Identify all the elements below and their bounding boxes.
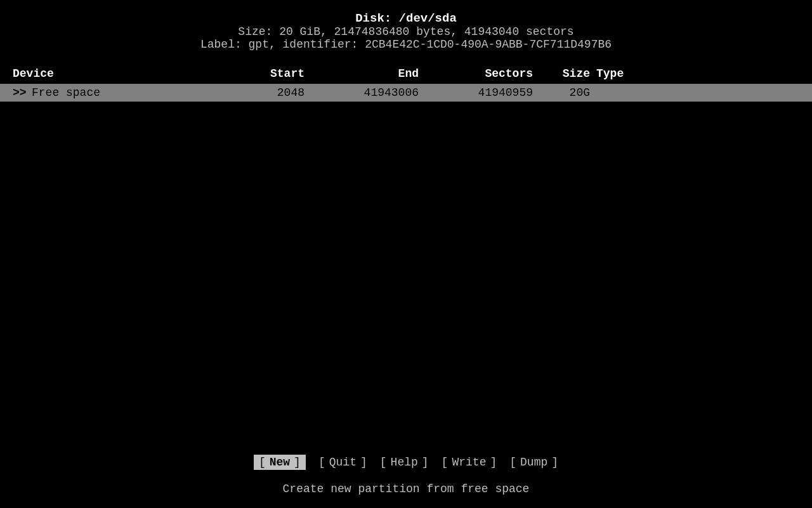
dump-bracket-close: ] xyxy=(551,456,558,469)
row-device: Free space xyxy=(32,86,203,99)
disk-label-info: Label: gpt, identifier: 2CB4E42C-1CD0-49… xyxy=(0,38,812,51)
disk-header: Disk: /dev/sda Size: 20 GiB, 21474836480… xyxy=(0,6,812,53)
help-bracket-close: ] xyxy=(422,456,429,469)
button-bar: [New][Quit][Help][Write][Dump] xyxy=(0,455,812,470)
row-arrow: >> xyxy=(13,86,32,99)
btn-new[interactable]: [New] xyxy=(254,455,306,470)
col-header-start: Start xyxy=(203,67,317,80)
help-label: Help xyxy=(387,456,422,469)
row-end: 41943006 xyxy=(317,86,431,99)
footer: [New][Quit][Help][Write][Dump] Create ne… xyxy=(0,448,812,502)
btn-write[interactable]: [Write] xyxy=(442,456,497,469)
status-bar: Create new partition from free space xyxy=(0,483,812,495)
write-label: Write xyxy=(448,456,490,469)
help-bracket-open: [ xyxy=(380,456,387,469)
col-header-type: Type xyxy=(596,67,660,80)
row-size: 20G xyxy=(546,86,596,99)
quit-bracket-open: [ xyxy=(318,456,325,469)
app: Disk: /dev/sda Size: 20 GiB, 21474836480… xyxy=(0,0,812,508)
col-header-end: End xyxy=(317,67,431,80)
table-row[interactable]: >> Free space 2048 41943006 41940959 20G xyxy=(0,84,812,102)
partition-table: Device Start End Sectors Size Type >> Fr… xyxy=(0,65,812,448)
btn-help[interactable]: [Help] xyxy=(380,456,429,469)
disk-size-info: Size: 20 GiB, 21474836480 bytes, 4194304… xyxy=(0,25,812,38)
btn-dump[interactable]: [Dump] xyxy=(509,456,558,469)
row-start: 2048 xyxy=(203,86,317,99)
new-bracket-open: [ xyxy=(259,456,266,469)
col-header-size: Size xyxy=(546,67,596,80)
dump-bracket-open: [ xyxy=(509,456,516,469)
table-header: Device Start End Sectors Size Type xyxy=(0,65,812,83)
quit-bracket-close: ] xyxy=(360,456,367,469)
col-header-device: Device xyxy=(13,67,203,80)
dump-label: Dump xyxy=(516,456,551,469)
btn-quit[interactable]: [Quit] xyxy=(318,456,367,469)
col-header-sectors: Sectors xyxy=(431,67,546,80)
write-bracket-close: ] xyxy=(490,456,497,469)
disk-title: Disk: /dev/sda xyxy=(0,11,812,25)
table-rows: >> Free space 2048 41943006 41940959 20G xyxy=(0,84,812,102)
new-bracket-close: ] xyxy=(294,456,301,469)
new-label: New xyxy=(266,456,294,469)
quit-label: Quit xyxy=(325,456,360,469)
write-bracket-open: [ xyxy=(442,456,449,469)
row-sectors: 41940959 xyxy=(431,86,546,99)
